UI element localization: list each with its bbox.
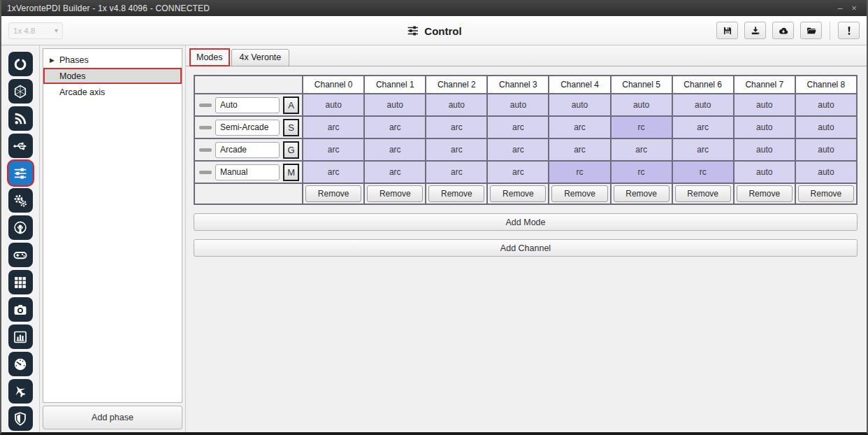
channel-mode-cell[interactable]: arc — [549, 138, 610, 161]
channel-mode-cell[interactable]: auto — [734, 138, 795, 161]
bar-chart-icon — [13, 329, 28, 345]
channel-mode-cell[interactable]: arc — [303, 116, 364, 138]
mode-key-button[interactable]: A — [283, 97, 299, 114]
channel-mode-cell[interactable]: rc — [611, 116, 672, 138]
drag-handle[interactable] — [199, 171, 212, 174]
channel-mode-cell[interactable]: arc — [487, 161, 549, 183]
channel-mode-cell[interactable]: auto — [795, 116, 857, 138]
sidebar-item-telemetry[interactable] — [8, 106, 33, 131]
feedback-button[interactable] — [838, 22, 860, 39]
cloud-download-button[interactable] — [772, 22, 794, 39]
channel-mode-cell[interactable]: auto — [734, 116, 795, 138]
sidebar-item-gauge[interactable] — [8, 352, 33, 376]
mode-key-button[interactable]: M — [283, 164, 299, 181]
sidebar-item-chart[interactable] — [8, 325, 33, 349]
tree-item-phases[interactable]: ▶Phases — [43, 52, 182, 68]
sidebar-item-shield[interactable] — [8, 406, 33, 431]
channel-mode-cell[interactable]: rc — [672, 161, 734, 183]
channel-mode-cell[interactable]: auto — [795, 94, 857, 116]
column-header-channel-8: Channel 8 — [795, 76, 857, 94]
channel-mode-cell[interactable]: auto — [426, 94, 487, 116]
remove-channel-button[interactable]: Remove — [798, 185, 854, 202]
channel-mode-cell[interactable]: arc — [364, 138, 426, 161]
download-button[interactable] — [744, 22, 766, 39]
tree-panel: ▶PhasesModesArcade axis Add phase — [40, 45, 185, 432]
channel-mode-cell[interactable]: arc — [487, 138, 549, 161]
tab-modes[interactable]: Modes — [189, 48, 230, 66]
drag-handle[interactable] — [199, 148, 212, 152]
channel-mode-cell[interactable]: rc — [611, 161, 672, 183]
mode-name-input[interactable] — [215, 142, 280, 158]
channel-mode-cell[interactable]: arc — [549, 116, 610, 138]
remove-channel-button[interactable]: Remove — [428, 185, 484, 202]
channel-mode-cell[interactable]: arc — [364, 116, 426, 138]
toolbar-actions — [716, 22, 860, 40]
expand-arrow-icon[interactable]: ▶ — [50, 57, 59, 64]
channel-mode-cell[interactable]: auto — [734, 161, 795, 183]
sidebar-item-grid[interactable] — [8, 270, 33, 294]
remove-channel-button[interactable]: Remove — [367, 185, 423, 202]
save-button[interactable] — [716, 22, 738, 39]
channel-mode-cell[interactable]: arc — [303, 138, 364, 161]
mode-row-header: S — [194, 116, 303, 138]
mode-name-input[interactable] — [215, 164, 280, 180]
close-button[interactable]: × — [847, 3, 861, 13]
content-area: ▶PhasesModesArcade axis Add phase Modes4… — [1, 45, 867, 432]
remove-channel-button[interactable]: Remove — [675, 185, 731, 202]
channel-mode-cell[interactable]: arc — [487, 116, 549, 138]
mode-key-button[interactable]: S — [283, 119, 299, 136]
sidebar-item-control[interactable] — [8, 161, 33, 185]
tab-4x-veronte[interactable]: 4x Veronte — [231, 49, 290, 66]
device-selector[interactable]: 1x 4.8 ▾ — [8, 22, 63, 39]
channel-mode-cell[interactable]: arc — [426, 138, 487, 161]
channel-mode-cell[interactable]: auto — [795, 138, 857, 161]
sidebar-item-plane[interactable] — [8, 379, 33, 404]
tree-item-modes[interactable]: Modes — [43, 68, 182, 84]
add-phase-button[interactable]: Add phase — [43, 406, 182, 429]
mode-key-button[interactable]: G — [283, 141, 299, 159]
channel-mode-cell[interactable]: auto — [364, 94, 426, 116]
channel-mode-cell[interactable]: auto — [549, 94, 610, 116]
sidebar-item-automations[interactable] — [8, 188, 33, 213]
channel-mode-cell[interactable]: arc — [611, 138, 672, 161]
mode-name-input[interactable] — [215, 97, 280, 113]
gauge-icon — [13, 357, 28, 372]
remove-channel-button[interactable]: Remove — [305, 185, 361, 202]
sidebar-item-usb[interactable] — [8, 134, 33, 158]
channel-mode-cell[interactable]: auto — [487, 94, 549, 116]
channel-mode-cell[interactable]: arc — [426, 116, 487, 138]
grid-icon — [13, 275, 28, 290]
channel-mode-cell[interactable]: arc — [672, 138, 734, 161]
channel-mode-cell[interactable]: auto — [611, 94, 672, 116]
icon-sidebar — [1, 45, 40, 432]
minimize-button[interactable]: – — [833, 3, 847, 13]
add-mode-button[interactable]: Add Mode — [194, 213, 858, 231]
channel-mode-cell[interactable]: arc — [303, 161, 364, 183]
add-channel-button[interactable]: Add Channel — [194, 239, 858, 257]
channel-mode-cell[interactable]: arc — [426, 161, 487, 183]
page-title-label: Control — [424, 24, 461, 36]
channel-mode-cell[interactable]: auto — [734, 94, 795, 116]
drag-handle[interactable] — [199, 126, 212, 129]
remove-channel-button[interactable]: Remove — [490, 185, 546, 202]
sidebar-item-ring[interactable] — [8, 52, 33, 76]
channel-mode-cell[interactable]: arc — [672, 116, 734, 138]
drag-handle[interactable] — [199, 104, 212, 107]
mode-row-arcade: Garcarcarcarcarcarcarcautoauto — [194, 138, 857, 161]
remove-channel-button[interactable]: Remove — [614, 185, 670, 202]
sidebar-item-camera[interactable] — [8, 297, 33, 322]
channel-mode-cell[interactable]: rc — [549, 161, 610, 183]
mode-name-input[interactable] — [215, 120, 280, 136]
sidebar-item-hexagon[interactable] — [8, 79, 33, 104]
channel-mode-cell[interactable]: auto — [303, 94, 364, 116]
sidebar-item-gamepad[interactable] — [8, 243, 33, 267]
remove-channel-button[interactable]: Remove — [737, 185, 793, 202]
sidebar-item-broadcast[interactable] — [8, 215, 33, 240]
tree-item-arcade-axis[interactable]: Arcade axis — [43, 84, 182, 100]
remove-cell: Remove — [549, 183, 610, 204]
channel-mode-cell[interactable]: auto — [795, 161, 857, 183]
open-file-button[interactable] — [800, 22, 822, 39]
channel-mode-cell[interactable]: arc — [364, 161, 426, 183]
remove-channel-button[interactable]: Remove — [551, 185, 607, 202]
channel-mode-cell[interactable]: auto — [672, 94, 734, 116]
